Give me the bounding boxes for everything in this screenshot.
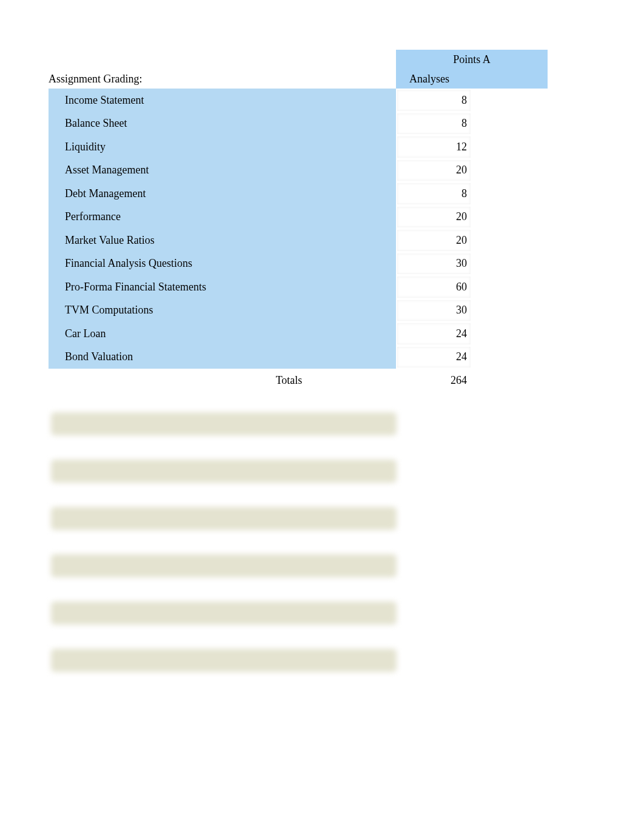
row-label: Market Value Ratios <box>49 229 396 252</box>
row-label: Performance <box>49 206 396 229</box>
row-label: Liquidity <box>49 135 396 159</box>
row-label: Bond Valuation <box>49 346 396 369</box>
row-label: Asset Management <box>49 159 396 183</box>
blurred-row <box>51 507 397 530</box>
row-value: 24 <box>396 322 472 346</box>
table-row: Balance Sheet 8 <box>49 112 472 136</box>
row-value: 8 <box>396 89 472 112</box>
table-row: TVM Computations 30 <box>49 299 472 323</box>
totals-row: Totals 264 <box>49 370 472 391</box>
table-row: Asset Management 20 <box>49 159 472 183</box>
totals-label: Totals <box>49 374 396 387</box>
row-value: 8 <box>396 182 472 206</box>
blurred-row <box>51 649 397 672</box>
grading-table: Income Statement 8 Balance Sheet 8 Liqui… <box>49 89 472 369</box>
table-row: Market Value Ratios 20 <box>49 229 472 252</box>
row-label: TVM Computations <box>49 299 396 323</box>
row-value: 60 <box>396 275 472 299</box>
table-row: Bond Valuation 24 <box>49 346 472 369</box>
blurred-row <box>51 554 397 577</box>
row-value: 12 <box>396 135 472 159</box>
table-row: Debt Management 8 <box>49 182 472 206</box>
assignment-grading-label: Assignment Grading: <box>49 73 143 86</box>
header-analyses: Analyses <box>396 69 548 89</box>
table-row: Pro-Forma Financial Statements 60 <box>49 275 472 299</box>
table-row: Income Statement 8 <box>49 89 472 112</box>
blurred-row <box>51 602 397 625</box>
header-points-a: Points A <box>396 50 548 69</box>
row-label: Balance Sheet <box>49 112 396 136</box>
row-value: 8 <box>396 112 472 136</box>
totals-value: 264 <box>396 374 472 387</box>
row-label: Financial Analysis Questions <box>49 252 396 276</box>
table-row: Financial Analysis Questions 30 <box>49 252 472 276</box>
blurred-content <box>51 412 397 696</box>
table-row: Car Loan 24 <box>49 322 472 346</box>
row-value: 20 <box>396 159 472 183</box>
blurred-row <box>51 412 397 435</box>
row-label: Income Statement <box>49 89 396 112</box>
row-label: Debt Management <box>49 182 396 206</box>
row-value: 20 <box>396 229 472 252</box>
table-row: Liquidity 12 <box>49 135 472 159</box>
row-value: 30 <box>396 299 472 323</box>
row-label: Car Loan <box>49 322 396 346</box>
row-value: 30 <box>396 252 472 276</box>
row-label: Pro-Forma Financial Statements <box>49 275 396 299</box>
row-value: 24 <box>396 346 472 369</box>
row-value: 20 <box>396 206 472 229</box>
table-row: Performance 20 <box>49 206 472 229</box>
blurred-row <box>51 460 397 483</box>
